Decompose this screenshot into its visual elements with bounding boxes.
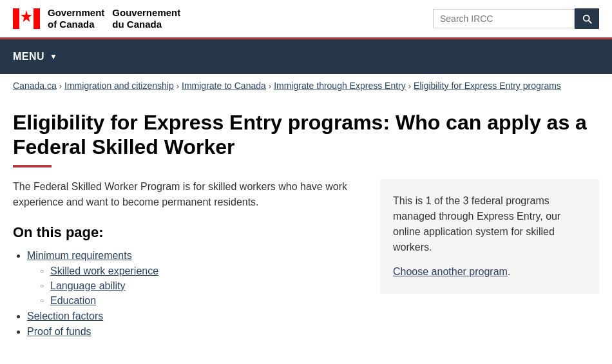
canada-wordmark-fr: Gouvernement du Canada bbox=[112, 7, 180, 30]
toc-item-proof-of-funds: Proof of funds bbox=[27, 326, 361, 338]
toc-list: Minimum requirements Skilled work experi… bbox=[13, 250, 361, 338]
search-input[interactable] bbox=[433, 9, 575, 28]
gov-fr-text: Gouvernement du Canada bbox=[112, 7, 180, 30]
page-title: Eligibility for Express Entry programs: … bbox=[13, 110, 599, 160]
title-underline bbox=[13, 165, 52, 168]
toc-link-language[interactable]: Language ability bbox=[50, 280, 126, 291]
chevron-down-icon: ▼ bbox=[50, 52, 57, 61]
header-logo-area: Government of Canada Gouvernement du Can… bbox=[13, 5, 180, 32]
toc-sublist-minimum: Skilled work experience Language ability… bbox=[27, 265, 361, 307]
breadcrumb: Canada.ca › Immigration and citizenship … bbox=[0, 74, 612, 97]
main-nav: MENU ▼ bbox=[0, 39, 612, 74]
content-main: The Federal Skilled Worker Program is fo… bbox=[13, 179, 361, 341]
side-box: This is 1 of the 3 federal programs mana… bbox=[380, 179, 599, 294]
site-header: Government of Canada Gouvernement du Can… bbox=[0, 0, 612, 39]
toc-subitem-education: Education bbox=[40, 295, 361, 307]
toc-item-selection: Selection factors bbox=[27, 311, 361, 322]
toc-link-minimum[interactable]: Minimum requirements bbox=[27, 250, 132, 261]
breadcrumb-sep-1: › bbox=[59, 81, 62, 91]
intro-text: The Federal Skilled Worker Program is fo… bbox=[13, 179, 361, 210]
side-box-text: This is 1 of the 3 federal programs mana… bbox=[393, 193, 586, 255]
canada-wordmark: Government of Canada bbox=[48, 7, 104, 30]
svg-rect-0 bbox=[13, 8, 19, 29]
on-this-page-heading: On this page: bbox=[13, 224, 361, 241]
toc-subitem-language: Language ability bbox=[40, 280, 361, 292]
breadcrumb-item-home[interactable]: Canada.ca bbox=[13, 81, 57, 91]
breadcrumb-sep-4: › bbox=[408, 81, 411, 91]
breadcrumb-item-express-entry[interactable]: Immigrate through Express Entry bbox=[274, 81, 406, 91]
toc-link-education[interactable]: Education bbox=[50, 295, 96, 306]
main-content: Eligibility for Express Entry programs: … bbox=[0, 97, 612, 361]
breadcrumb-item-immigration[interactable]: Immigration and citizenship bbox=[64, 81, 174, 91]
menu-button[interactable]: MENU ▼ bbox=[13, 39, 58, 74]
toc-link-proof-of-funds[interactable]: Proof of funds bbox=[27, 326, 91, 337]
breadcrumb-sep-2: › bbox=[177, 81, 179, 91]
search-button[interactable] bbox=[575, 8, 599, 29]
breadcrumb-item-eligibility[interactable]: Eligibility for Express Entry programs bbox=[414, 81, 561, 91]
search-icon bbox=[581, 13, 593, 24]
period: . bbox=[508, 266, 510, 277]
search-area bbox=[433, 8, 599, 29]
toc-item-minimum: Minimum requirements Skilled work experi… bbox=[27, 250, 361, 307]
toc-subitem-skilled-work: Skilled work experience bbox=[40, 265, 361, 277]
breadcrumb-sep-3: › bbox=[269, 81, 271, 91]
toc-link-selection[interactable]: Selection factors bbox=[27, 311, 103, 321]
breadcrumb-item-immigrate[interactable]: Immigrate to Canada bbox=[182, 81, 266, 91]
svg-rect-1 bbox=[33, 8, 40, 29]
canada-flag bbox=[13, 5, 40, 32]
content-layout: The Federal Skilled Worker Program is fo… bbox=[13, 179, 599, 341]
gov-en-text: Government of Canada bbox=[48, 7, 104, 30]
toc-link-skilled-work[interactable]: Skilled work experience bbox=[50, 265, 158, 276]
choose-program-link[interactable]: Choose another program bbox=[393, 266, 508, 277]
menu-label: MENU bbox=[13, 51, 44, 62]
